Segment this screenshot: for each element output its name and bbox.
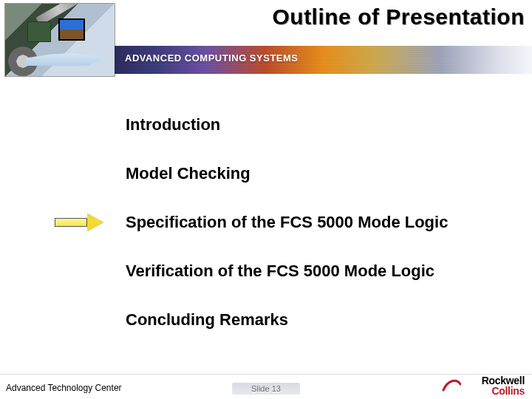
logo-text-top: Rockwell [482, 375, 525, 386]
logo-text-bottom: Collins [482, 386, 525, 396]
slide-header: Outline of Presentation ADVANCED COMPUTI… [0, 0, 532, 78]
header-band: ADVANCED COMPUTING SYSTEMS [115, 46, 532, 74]
slide-footer: Advanced Technology Center Slide 13 Rock… [0, 374, 532, 399]
footer-slide-number: Slide 13 [232, 383, 300, 395]
flight-display-icon [58, 18, 85, 41]
logo-swoosh-icon [442, 375, 461, 395]
slide-body: Introduction Model Checking Specificatio… [0, 103, 532, 369]
outline-item: Specification of the FCS 5000 Mode Logic [126, 213, 448, 232]
slide-title: Outline of Presentation [272, 4, 525, 30]
header-band-text: ADVANCED COMPUTING SYSTEMS [125, 52, 299, 64]
outline-item: Concluding Remarks [126, 310, 288, 330]
footer-left-text: Advanced Technology Center [6, 383, 122, 393]
outline-item: Introduction [126, 115, 220, 134]
header-collage-image [4, 3, 115, 77]
pointer-arrow-icon [55, 214, 106, 231]
engine-icon [8, 47, 38, 76]
rockwell-collins-logo: Rockwell Collins [482, 375, 525, 396]
outline-item: Model Checking [126, 164, 250, 183]
circuit-icon [27, 21, 51, 42]
slide: Outline of Presentation ADVANCED COMPUTI… [0, 0, 532, 399]
outline-item: Verification of the FCS 5000 Mode Logic [126, 262, 434, 281]
